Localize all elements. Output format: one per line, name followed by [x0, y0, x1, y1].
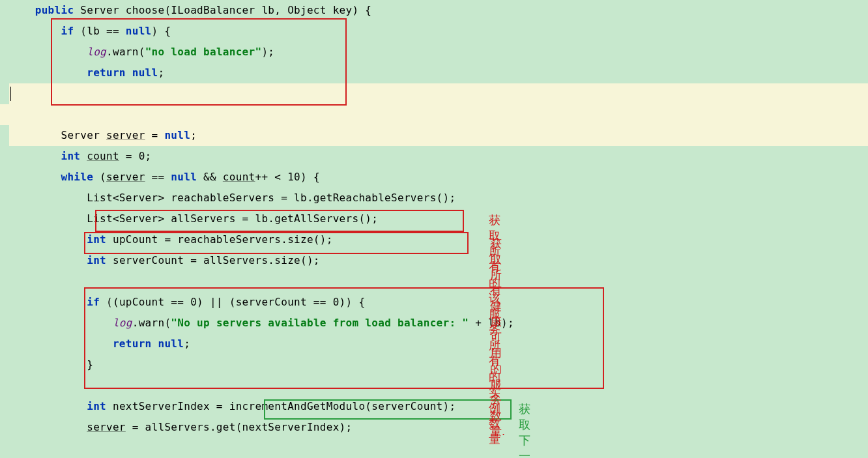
code-text: ((upCount == 0) || (serverCount == 0)) {	[100, 296, 365, 308]
code-text: (lb ==	[74, 25, 125, 37]
code-line[interactable]	[0, 271, 868, 292]
keyword: int	[87, 400, 106, 412]
code-text: Server choose(ILoadBalancer lb, Object k…	[74, 4, 371, 16]
code-line[interactable]: log.warn("No up servers available from l…	[0, 313, 868, 334]
code-line[interactable]	[0, 375, 868, 396]
code-text: ==	[145, 171, 171, 183]
code-line[interactable]: }	[0, 354, 868, 375]
var: server	[106, 129, 145, 141]
code-line[interactable]: if ((upCount == 0) || (serverCount == 0)…	[0, 292, 868, 313]
var: server	[106, 171, 145, 183]
field-ref: log	[113, 317, 132, 329]
var: server	[87, 421, 126, 433]
keyword: int	[61, 150, 80, 162]
string-literal: "No up servers available from load balan…	[171, 317, 469, 329]
var: count	[223, 171, 255, 183]
keyword: while	[61, 171, 93, 183]
keyword: null	[171, 171, 197, 183]
code-text: nextServerIndex = incrementAndGetModulo(…	[106, 400, 456, 412]
keyword: return null	[113, 337, 184, 350]
caret	[10, 87, 11, 101]
keyword: return null	[87, 66, 158, 79]
code-text: ;	[190, 129, 197, 141]
code-text: serverCount = allServers.size();	[106, 254, 320, 266]
code-text: List<Server> allServers = lb.getAllServe…	[87, 212, 378, 225]
code-text: ;	[184, 337, 190, 350]
keyword: int	[87, 254, 106, 266]
code-text: + lb);	[469, 317, 514, 329]
code-line[interactable]: return null;	[0, 334, 868, 354]
code-editor[interactable]: public Server choose(ILoadBalancer lb, O…	[0, 0, 868, 458]
keyword: int	[87, 233, 106, 246]
code-text: .warn(	[106, 46, 145, 58]
code-text: = allServers.get(nextServerIndex);	[126, 421, 353, 433]
current-line[interactable]	[0, 104, 868, 125]
code-line[interactable]: public Server choose(ILoadBalancer lb, O…	[0, 0, 868, 21]
code-line[interactable]: return null;	[0, 63, 868, 83]
var: count	[87, 150, 119, 162]
code-text: .warn(	[132, 317, 171, 329]
code-text: ++ < 10) {	[255, 171, 320, 183]
code-line[interactable]: int count = 0;	[0, 146, 868, 167]
string-literal: "no load balancer"	[145, 46, 262, 58]
code-text: List<Server> reachableServers = lb.getRe…	[87, 192, 456, 204]
code-line[interactable]: int nextServerIndex = incrementAndGetMod…	[0, 396, 868, 417]
code-line[interactable]: List<Server> reachableServers = lb.getRe…	[0, 188, 868, 208]
code-text: &&	[197, 171, 223, 183]
code-text: (	[93, 171, 106, 183]
code-line[interactable]: if (lb == null) {	[0, 21, 868, 42]
code-text: =	[145, 129, 165, 141]
code-line[interactable]: log.warn("no load balancer");	[0, 42, 868, 63]
keyword: public	[35, 4, 74, 16]
code-line[interactable]: while (server == null && count++ < 10) {	[0, 167, 868, 188]
code-line[interactable]: int upCount = reachableServers.size();	[0, 229, 868, 250]
code-text: }	[87, 358, 93, 371]
code-text: = 0;	[119, 150, 152, 162]
field-ref: log	[87, 46, 106, 58]
code-text: );	[261, 46, 274, 58]
code-text: ;	[158, 66, 164, 79]
code-text: ) {	[152, 25, 171, 37]
keyword: if	[87, 296, 100, 308]
code-line[interactable]: int serverCount = allServers.size();	[0, 250, 868, 271]
code-text	[80, 150, 87, 162]
keyword: null	[126, 25, 152, 37]
keyword: null	[164, 129, 190, 141]
code-line[interactable]: Server server = null;	[0, 125, 868, 146]
code-line[interactable]: List<Server> allServers = lb.getAllServe…	[0, 208, 868, 229]
code-line[interactable]: server = allServers.get(nextServerIndex)…	[0, 417, 868, 438]
code-text: Server	[61, 129, 106, 141]
code-text: upCount = reachableServers.size();	[106, 233, 333, 246]
keyword: if	[61, 25, 74, 37]
